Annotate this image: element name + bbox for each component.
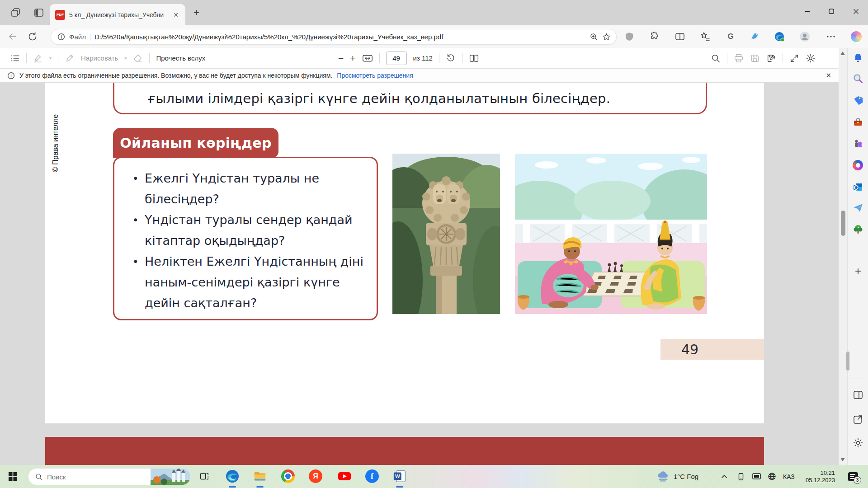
print-icon[interactable] (734, 53, 744, 63)
tab-title: 5 кл_ Дүниежүзі тарихы_Учебни (69, 11, 167, 19)
zoom-out-icon[interactable]: − (338, 53, 344, 64)
scroll-up-arrow[interactable] (840, 52, 845, 55)
question-list: Ежелгі Үндістан туралы не білесіңдер? Үн… (132, 168, 368, 314)
active-tab[interactable]: PDF 5 кл_ Дүниежүзі тарихы_Учебни ✕ (50, 4, 185, 25)
notifications-bell-icon[interactable] (853, 52, 863, 63)
pdf-vertical-scrollbar[interactable] (839, 48, 847, 465)
shield-icon[interactable] (624, 31, 635, 42)
table-of-contents-icon[interactable] (10, 53, 20, 63)
pdf-file-icon: PDF (55, 10, 65, 20)
window-caption-buttons (795, 0, 868, 23)
phone-link-icon[interactable] (737, 465, 745, 488)
sidebar-add-icon[interactable]: + (853, 266, 863, 277)
tab-actions-icon[interactable] (33, 7, 44, 18)
sidebar-panel-icon[interactable] (853, 389, 863, 400)
shopping-tag-icon[interactable] (853, 95, 863, 106)
tree-icon[interactable] (853, 224, 863, 235)
draw-label[interactable]: Нарисовать (81, 54, 118, 62)
highlighter-dropdown-icon[interactable]: ▾ (49, 56, 52, 61)
view-permissions-link[interactable]: Просмотреть разрешения (337, 72, 413, 79)
pdf-toolbar: ▾ Нарисовать ▾ Прочесть вслух − + из 112 (0, 48, 839, 69)
windows-taskbar: Я f W 1°C Fog КАЗ (0, 465, 868, 488)
favorites-bar-icon[interactable] (700, 31, 711, 42)
scroll-down-arrow[interactable] (840, 458, 845, 461)
settings-gear-icon[interactable] (806, 53, 816, 63)
taskbar-search-input[interactable] (47, 473, 146, 481)
taskbar-search-icon (35, 473, 43, 481)
toolbox-icon[interactable] (853, 117, 863, 127)
search-document-icon[interactable] (711, 53, 721, 63)
page-number-input[interactable] (386, 52, 407, 65)
task-view-button[interactable] (195, 467, 213, 485)
microsoft-365-icon[interactable] (853, 160, 863, 171)
save-as-icon[interactable] (766, 53, 776, 63)
pdf-page-49: © Права интелле ғылыми ілімдері қазіргі … (45, 83, 764, 423)
page-view-icon[interactable] (469, 53, 479, 63)
taskbar-file-explorer-icon[interactable] (251, 467, 269, 485)
question-item: Үндістан туралы сендер қандай кітаптар о… (132, 210, 368, 251)
sidebar-settings-gear-icon[interactable] (853, 437, 863, 448)
notification-close-icon[interactable]: ✕ (826, 71, 831, 80)
drop-paper-plane-icon[interactable] (853, 202, 863, 213)
ancient-india-chess-image (515, 154, 707, 314)
network-globe-icon[interactable] (768, 465, 776, 488)
taskbar-chrome-icon[interactable] (279, 467, 297, 485)
favorite-star-icon[interactable] (602, 33, 611, 41)
maximize-button[interactable] (819, 0, 844, 23)
zoom-page-icon[interactable] (590, 33, 598, 41)
extension-g-icon[interactable]: G (725, 31, 736, 42)
display-tray-icon[interactable] (752, 465, 761, 488)
edge-logo-icon[interactable] (774, 31, 785, 42)
read-aloud-button[interactable]: Прочесть вслух (156, 54, 205, 62)
draw-pen-icon[interactable] (65, 53, 75, 63)
svg-text:W: W (395, 474, 400, 479)
taskbar-word-icon[interactable]: W (391, 467, 409, 485)
taskbar-yandex-icon[interactable]: Я (307, 467, 325, 485)
taskbar-youtube-icon[interactable] (335, 467, 354, 485)
zoom-in-icon[interactable]: + (350, 53, 355, 64)
profile-avatar[interactable] (799, 31, 810, 42)
file-info-icon (57, 33, 65, 41)
taskbar-search-box[interactable] (28, 468, 191, 485)
taskbar-facebook-icon[interactable]: f (363, 467, 381, 485)
start-button[interactable] (4, 467, 22, 485)
minimize-button[interactable] (795, 0, 819, 23)
games-chess-icon[interactable] (853, 138, 863, 149)
sidebar-collapse-handle[interactable] (846, 352, 849, 371)
taskbar-edge-icon[interactable] (223, 467, 241, 485)
more-menu-icon[interactable] (826, 31, 836, 42)
sidebar-search-icon[interactable] (853, 73, 863, 84)
pdf-viewport[interactable]: © Права интелле ғылыми ілімдері қазіргі … (0, 83, 839, 465)
open-external-icon[interactable] (853, 414, 863, 425)
draw-dropdown-icon[interactable]: ▾ (124, 56, 127, 61)
save-icon[interactable] (750, 53, 760, 63)
fullscreen-icon[interactable] (789, 53, 799, 63)
clock-widget[interactable]: 10:21 05.12.2023 (806, 465, 835, 488)
file-scheme-label: Файл (69, 33, 86, 41)
copilot-icon[interactable] (851, 31, 862, 42)
address-bar[interactable]: Файл D:/5%20a/Қашықтықтан%20оқу/Дүниежүз… (51, 29, 617, 45)
eraser-icon[interactable] (133, 53, 143, 63)
extensions-puzzle-icon[interactable] (649, 31, 660, 42)
notification-center-button[interactable]: 3 (848, 465, 858, 488)
fit-width-icon[interactable] (362, 53, 373, 63)
rotate-icon[interactable] (446, 53, 456, 63)
workspaces-icon[interactable] (10, 7, 21, 18)
weather-widget[interactable]: 1°C Fog (656, 465, 698, 488)
tab-close-icon[interactable]: ✕ (171, 10, 181, 19)
search-highlight-image[interactable] (151, 468, 190, 485)
refresh-icon[interactable] (27, 31, 38, 42)
close-window-button[interactable] (844, 0, 868, 23)
tray-chevron-icon[interactable] (721, 465, 728, 488)
new-tab-button[interactable]: + (193, 7, 199, 18)
highlighter-icon[interactable] (33, 53, 43, 63)
split-screen-icon[interactable] (675, 31, 685, 42)
back-icon[interactable] (7, 31, 18, 42)
tray-date: 05.12.2023 (806, 477, 835, 484)
keyboard-language[interactable]: КАЗ (783, 465, 795, 488)
extension-bird-icon[interactable] (750, 31, 760, 42)
fog-cloud-icon (656, 470, 670, 483)
pages-total-label: из 112 (413, 54, 433, 62)
scrollbar-thumb[interactable] (841, 211, 845, 236)
outlook-icon[interactable] (853, 182, 863, 192)
